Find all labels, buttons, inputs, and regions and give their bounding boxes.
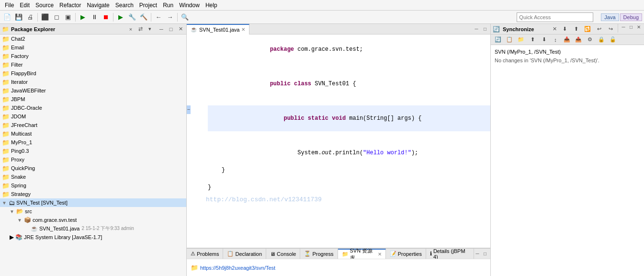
editor-minimize-btn[interactable]: ─	[473, 26, 480, 33]
tab-close-svntest01[interactable]: ✕	[241, 27, 245, 32]
tree-src[interactable]: ▼ 📂 src	[0, 207, 186, 216]
pe-menu-btn[interactable]: ▾	[146, 25, 154, 33]
tree-iterator[interactable]: 📁 Iterator	[0, 78, 186, 86]
toolbar-btn-5[interactable]: ◻	[51, 12, 62, 23]
tab-svn-repo[interactable]: 📁 SVN 资源库 ✕	[338, 249, 386, 259]
sync-r1-btn1[interactable]: 🔄	[493, 34, 503, 45]
svn-repo-url[interactable]: https://5h9j8h2uxeagit3/svn/Test	[200, 265, 275, 271]
menu-refactor[interactable]: Refactor	[56, 1, 84, 10]
tree-jre[interactable]: ▶ 📚 JRE System Library [JavaSE-1.7]	[0, 233, 186, 242]
tree-factory[interactable]: 📁 Factory	[0, 52, 186, 60]
tree-proxy[interactable]: 📁 Proxy	[0, 155, 186, 164]
sync-r1-btn5[interactable]: ⬇	[539, 34, 549, 45]
tree-flappybird[interactable]: 📁 FlappyBird	[0, 69, 186, 78]
sync-action-2[interactable]: ⬆	[571, 24, 581, 34]
tree-jdbc-oracle[interactable]: 📁 JDBC-Oracle	[0, 104, 186, 112]
pe-close-btn[interactable]: ─	[158, 25, 165, 33]
tree-filter[interactable]: 📁 Filter	[0, 60, 186, 69]
expand-icon-src[interactable]: ▼	[10, 209, 15, 214]
expand-jre[interactable]: ▶	[10, 234, 15, 241]
java-badge[interactable]: Java	[601, 13, 619, 21]
tree-package[interactable]: ▼ 📦 com.grace.svn.test	[0, 216, 186, 224]
quick-access-input[interactable]	[519, 14, 591, 20]
margin-5[interactable]: −	[187, 105, 191, 114]
tab-progress[interactable]: ⏳ Progress	[300, 249, 338, 259]
pause-button[interactable]: ⏸	[89, 12, 100, 23]
sync-max-btn[interactable]: □	[628, 24, 634, 31]
toolbar-search[interactable]: 🔍	[180, 12, 190, 23]
editor-maximize-btn[interactable]: □	[482, 26, 488, 33]
pe-x-btn[interactable]: ✕	[177, 25, 184, 33]
svn-tab-close[interactable]: ✕	[378, 252, 382, 257]
sync-r1-btn8[interactable]: 📤	[573, 34, 584, 45]
sync-minimize-btn[interactable]: ─	[620, 24, 627, 31]
expand-icon-pkg[interactable]: ▼	[17, 218, 23, 223]
sync-close-icon[interactable]: ✕	[551, 25, 558, 33]
toolbar-btn-x[interactable]: 🔧	[127, 12, 137, 23]
tab-declaration[interactable]: 📋 Declaration	[223, 249, 266, 259]
tree-quickping[interactable]: 📁 QuickPing	[0, 164, 186, 172]
pe-max-btn[interactable]: □	[167, 25, 175, 33]
debug-run-button[interactable]: ▶	[115, 12, 126, 23]
sync-r1-btn7[interactable]: 📥	[562, 34, 572, 45]
expand-icon-svn[interactable]: ▼	[2, 200, 8, 206]
sync-r1-btn3[interactable]: 📁	[516, 34, 526, 45]
sync-r1-btn11[interactable]: 🔓	[608, 34, 618, 45]
tree-email[interactable]: 📁 Email	[0, 43, 186, 52]
toolbar-btn-2[interactable]: 💾	[13, 12, 24, 23]
tree-strategy[interactable]: 📁 Strategy	[0, 190, 186, 198]
toolbar-btn-y[interactable]: 🔨	[138, 12, 149, 23]
sync-action-4[interactable]: ↩	[594, 24, 604, 34]
sync-x-btn[interactable]: ✕	[635, 24, 642, 31]
editor-tab-svntest01[interactable]: ☕ SVN_Test01.java ✕	[187, 24, 249, 34]
menu-window[interactable]: Window	[176, 1, 203, 10]
tree-multicast[interactable]: 📁 Multicast	[0, 129, 186, 138]
run-button[interactable]: ▶	[78, 12, 88, 23]
sync-action-1[interactable]: ⬇	[559, 24, 570, 34]
tree-jfreechart[interactable]: 📁 JFreeChart	[0, 121, 186, 129]
sync-action-5[interactable]: ↪	[605, 24, 616, 34]
menu-source[interactable]: Source	[33, 1, 56, 10]
toolbar-back[interactable]: ←	[153, 12, 164, 23]
quick-access-box[interactable]	[517, 12, 593, 22]
toolbar-btn-3[interactable]: 🖨	[25, 12, 35, 23]
stop-button[interactable]: ⏹	[101, 12, 111, 23]
pe-sync-btn[interactable]: ⇄	[136, 25, 144, 33]
bottom-maximize-btn[interactable]: □	[482, 251, 488, 257]
tab-console[interactable]: 🖥 Console	[266, 249, 300, 259]
menu-project[interactable]: Project	[136, 1, 160, 10]
tree-mypro1[interactable]: 📁 MyPro_1	[0, 138, 186, 147]
tab-properties[interactable]: 📝 Properties	[386, 249, 426, 259]
tab-details-jbpm[interactable]: ℹ Details (jBPM 4)	[426, 249, 474, 259]
new-button[interactable]: 📄	[2, 12, 12, 23]
tree-snake[interactable]: 📁 Snake	[0, 172, 186, 181]
tree-javawebfilter[interactable]: 📁 JavaWEBFilter	[0, 86, 186, 95]
tree-svntest01[interactable]: ☕ SVN_Test01.java 2 15-1-2 下午9:33 admin	[0, 224, 186, 233]
tree-chat2[interactable]: 📁 Chat2	[0, 34, 186, 43]
tab-problems[interactable]: ⚠ Problems	[187, 249, 223, 259]
menu-edit[interactable]: Edit	[17, 1, 33, 10]
toolbar-btn-6[interactable]: ▣	[63, 12, 73, 23]
tree-svn-test[interactable]: ▼ 🗂 SVN_Test [SVN_Test]	[0, 198, 186, 207]
pe-minimize-btn[interactable]: ×	[127, 25, 135, 33]
sync-r1-btn10[interactable]: 🔒	[596, 34, 607, 45]
tree-ping[interactable]: 📁 Ping0.3	[0, 147, 186, 155]
editor-scroll[interactable]: package com.grace.svn.test;	[187, 34, 490, 248]
tree-spring[interactable]: 📁 Spring	[0, 181, 186, 190]
toolbar-btn-4[interactable]: ⬛	[40, 12, 50, 23]
bottom-minimize-btn[interactable]: ─	[474, 251, 481, 257]
menu-file[interactable]: File	[2, 1, 17, 10]
menu-run[interactable]: Run	[160, 1, 176, 10]
tree-jbpm[interactable]: 📁 JBPM	[0, 95, 186, 104]
tree-jdom[interactable]: 📁 JDOM	[0, 112, 186, 121]
sync-r1-btn6[interactable]: ↕	[550, 34, 561, 45]
sync-r1-btn2[interactable]: 📋	[504, 34, 515, 45]
debug-badge[interactable]: Debug	[620, 13, 642, 21]
sync-r1-btn4[interactable]: ⬆	[527, 34, 538, 45]
sync-r1-btn9[interactable]: ⚙	[585, 34, 595, 45]
menu-help[interactable]: Help	[203, 1, 220, 10]
toolbar-forward[interactable]: →	[165, 12, 175, 23]
menu-search[interactable]: Search	[113, 1, 136, 10]
sync-action-3[interactable]: 🔁	[582, 24, 593, 34]
menu-navigate[interactable]: Navigate	[84, 1, 112, 10]
